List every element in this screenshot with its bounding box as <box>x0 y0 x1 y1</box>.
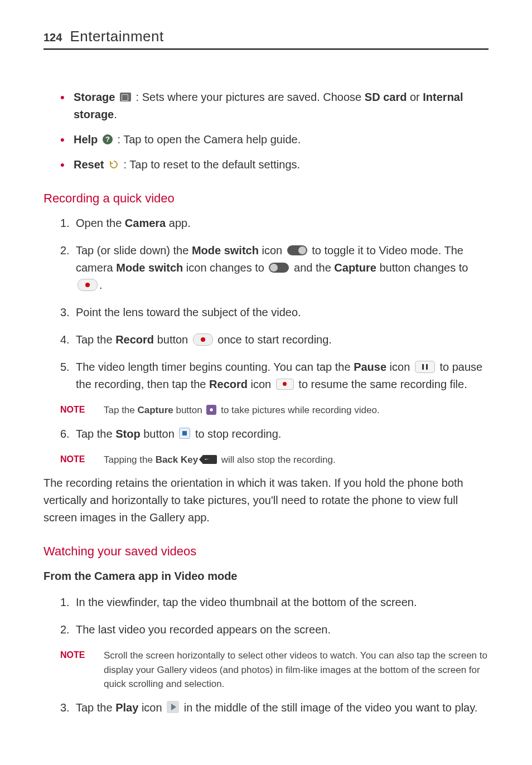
watch-step-2: 2. The last video you recorded appears o… <box>60 621 489 638</box>
note-label: NOTE <box>60 403 104 418</box>
watching-steps-cont: 3. Tap the Play icon in the middle of th… <box>43 699 489 716</box>
text: once to start recording. <box>215 333 332 346</box>
step-2: 2. Tap (or slide down) the Mode switch i… <box>60 242 489 294</box>
help-icon: ? <box>103 134 113 144</box>
option-label: Reset <box>74 158 104 171</box>
pause-label: Pause <box>354 361 386 373</box>
capture-button-icon <box>78 279 98 291</box>
play-label: Play <box>115 701 138 714</box>
recording-steps: 1. Open the Camera app. 2. Tap (or slide… <box>43 215 489 393</box>
text: button <box>154 333 191 346</box>
text: button <box>173 405 205 415</box>
text: . <box>99 279 103 291</box>
mode-switch-camera-icon <box>287 245 307 255</box>
option-reset: Reset : Tap to reset to the default sett… <box>60 156 489 173</box>
option-label: Help <box>74 133 98 146</box>
capture-label: Capture <box>334 262 376 274</box>
option-help: Help ? : Tap to open the Camera help gui… <box>60 131 489 148</box>
text: Tap (or slide down) the <box>76 244 192 256</box>
text: Point the lens toward the subject of the… <box>76 306 301 318</box>
note-body: Tap the Capture button to take pictures … <box>104 403 489 418</box>
sd-card-label: SD card <box>365 91 407 103</box>
option-label: Storage <box>74 91 115 103</box>
text: will also stop the recording. <box>221 454 336 465</box>
recording-steps-cont: 6. Tap the Stop button to stop recording… <box>43 425 489 443</box>
step-6: 6. Tap the Stop button to stop recording… <box>60 425 489 443</box>
note-capture: NOTE Tap the Capture button to take pict… <box>60 403 489 418</box>
text: : Tap to open the Camera help guide. <box>117 133 301 146</box>
text: Tap the <box>76 428 115 440</box>
watch-step-3: 3. Tap the Play icon in the middle of th… <box>60 699 489 716</box>
option-list: Storage : Sets where your pictures are s… <box>43 89 489 173</box>
text: : Tap to reset to the default settings. <box>124 158 301 171</box>
record-button-icon <box>193 333 213 346</box>
heading-recording: Recording a quick video <box>43 189 489 208</box>
step-3: 3. Point the lens toward the subject of … <box>60 304 489 321</box>
text: Tap the <box>76 701 115 714</box>
back-key-icon <box>202 455 217 464</box>
stop-icon <box>179 428 190 439</box>
text: The last video you recorded appears on t… <box>76 623 331 636</box>
content-body: Storage : Sets where your pictures are s… <box>43 89 489 716</box>
note-scroll: NOTE Scroll the screen horizontally to s… <box>60 648 489 691</box>
text: . <box>114 108 117 120</box>
play-icon <box>167 701 179 713</box>
watch-step-1: 1. In the viewfinder, tap the video thum… <box>60 594 489 611</box>
reset-icon <box>109 159 119 170</box>
mode-switch-label: Mode switch <box>116 262 183 274</box>
step-5: 5. The video length timer begins countin… <box>60 359 489 393</box>
storage-icon <box>120 93 131 101</box>
step-1: 1. Open the Camera app. <box>60 215 489 232</box>
capture-icon <box>206 405 216 415</box>
stop-label: Stop <box>115 428 140 440</box>
text: to take pictures while recording video. <box>218 405 379 415</box>
page-header: 124 Entertainment <box>43 28 489 50</box>
note-body: Scroll the screen horizontally to select… <box>104 648 489 691</box>
record-label: Record <box>115 333 154 346</box>
text: : Sets where your pictures are saved. Ch… <box>136 91 365 103</box>
note-body: Tapping the Back Key will also stop the … <box>104 453 489 467</box>
text: button <box>141 428 178 440</box>
subheading-camera-app: From the Camera app in Video mode <box>43 568 489 585</box>
text: Tapping the <box>104 454 156 465</box>
text: Tap the <box>76 333 115 346</box>
watching-steps: 1. In the viewfinder, tap the video thum… <box>43 594 489 638</box>
page-number: 124 <box>43 31 62 44</box>
text: In the viewfinder, tap the video thumbna… <box>76 596 417 608</box>
text: icon <box>248 378 274 390</box>
mode-switch-video-icon <box>269 263 289 273</box>
section-title: Entertainment <box>70 28 163 45</box>
text: to resume the same recording file. <box>296 378 467 390</box>
back-key-label: Back Key <box>156 454 199 465</box>
note-back-key: NOTE Tapping the Back Key will also stop… <box>60 453 489 467</box>
text: to stop recording. <box>192 428 281 440</box>
capture-label: Capture <box>138 405 173 415</box>
camera-app-label: Camera <box>125 217 166 229</box>
heading-watching: Watching your saved videos <box>43 542 489 561</box>
mode-switch-label: Mode switch <box>192 244 259 256</box>
text: The video length timer begins counting. … <box>76 361 354 373</box>
record-label: Record <box>209 378 248 390</box>
orientation-para: The recording retains the orientation in… <box>43 475 489 526</box>
text: app. <box>166 217 190 229</box>
option-storage: Storage : Sets where your pictures are s… <box>60 89 489 123</box>
text: icon <box>259 244 286 256</box>
text: icon <box>386 361 413 373</box>
text: button changes to <box>376 262 468 274</box>
note-label: NOTE <box>60 648 104 691</box>
page: 124 Entertainment Storage : Sets where y… <box>0 0 532 760</box>
text: Tap the <box>104 405 138 415</box>
text: icon changes to <box>183 262 267 274</box>
pause-icon <box>415 361 435 373</box>
text: icon <box>138 701 165 714</box>
text: Open the <box>76 217 125 229</box>
text: and the <box>291 262 334 274</box>
text: in the middle of the still image of the … <box>181 701 477 714</box>
note-label: NOTE <box>60 453 104 467</box>
record-icon <box>276 379 294 390</box>
text: or <box>407 91 423 103</box>
step-4: 4. Tap the Record button once to start r… <box>60 331 489 348</box>
